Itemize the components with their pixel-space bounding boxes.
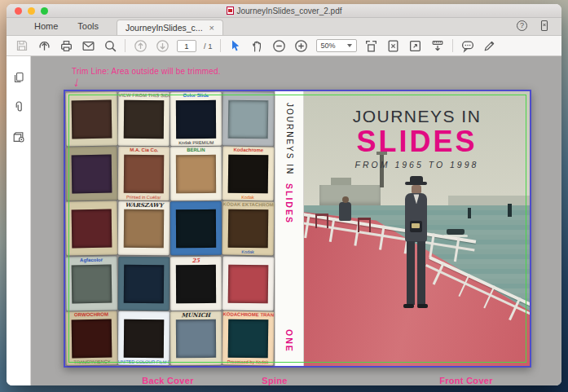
slide-mount bbox=[65, 147, 117, 201]
page-count-label: / 1 bbox=[204, 42, 213, 51]
slide-top-label: KODACHROME TRANSPARENCY bbox=[222, 311, 274, 319]
slide-top-label: KODAK EKTACHROME bbox=[222, 201, 274, 209]
tab-document-label: JourneyInSlides_c... bbox=[125, 23, 203, 33]
slide-photo bbox=[176, 155, 216, 194]
slide-top-label bbox=[118, 256, 170, 264]
slide-mount bbox=[222, 92, 275, 147]
slide-top-label bbox=[65, 92, 117, 100]
slide-photo bbox=[72, 155, 112, 194]
slide-photo bbox=[228, 264, 269, 303]
slide-mount: KODACHROME TRANSPARENCYProcessed by Koda… bbox=[222, 311, 275, 365]
close-window-button[interactable] bbox=[15, 7, 22, 15]
slide-photo bbox=[176, 100, 216, 139]
slide-top-label: BERLIN bbox=[170, 147, 222, 154]
slide-bottom-label: Kodak bbox=[222, 194, 274, 201]
slide-photo bbox=[176, 264, 216, 303]
spine: JOURNEYS IN SLIDES ONE bbox=[275, 91, 304, 366]
slide-top-label bbox=[65, 147, 117, 155]
slide-bottom-label: Printed in Cuéllar bbox=[118, 194, 170, 201]
back-cover-label: Back Cover bbox=[115, 376, 221, 385]
slide-top-label bbox=[222, 256, 274, 264]
document-canvas[interactable]: Trim Line: Area outside will be trimmed.… bbox=[31, 56, 561, 385]
front-cover-label: Front Cover bbox=[353, 376, 561, 385]
select-tool-icon[interactable] bbox=[228, 38, 243, 53]
zoom-window-button[interactable] bbox=[41, 7, 48, 15]
slide-bottom-label bbox=[170, 359, 222, 365]
tab-tools[interactable]: Tools bbox=[68, 21, 108, 35]
slide-mount: KODAK EKTACHROMEKodak bbox=[222, 201, 275, 256]
slide-mount: 25 bbox=[170, 256, 222, 311]
slide-mount: WARSZAWY bbox=[118, 201, 170, 256]
slide-bottom-label: UNITED COLOUR FILM EST. bbox=[118, 359, 170, 366]
next-page-icon[interactable] bbox=[155, 38, 170, 53]
slide-bottom-label: Kodak PREMIUM bbox=[170, 139, 222, 146]
hand-tool-icon[interactable] bbox=[250, 38, 265, 53]
comment-icon[interactable] bbox=[460, 38, 475, 53]
trim-line-note: Trim Line: Area outside will be trimmed. bbox=[72, 67, 221, 76]
slide-top-label: Kodachrome bbox=[222, 147, 274, 155]
small-boat bbox=[447, 229, 465, 235]
slide-bottom-label: Kodak bbox=[222, 249, 274, 256]
print-icon[interactable] bbox=[59, 38, 73, 53]
slide-bottom-label bbox=[66, 249, 117, 256]
email-icon[interactable] bbox=[81, 38, 95, 53]
zoom-out-icon[interactable] bbox=[272, 38, 287, 53]
previous-page-icon[interactable] bbox=[133, 38, 148, 53]
slide-mount: Color SlideKodak PREMIUM bbox=[170, 92, 222, 147]
left-panel bbox=[7, 56, 31, 385]
slide-photo bbox=[124, 264, 164, 303]
page-number-input[interactable] bbox=[177, 40, 196, 52]
export-pdf-lock-icon[interactable] bbox=[11, 130, 25, 147]
slide-top-label bbox=[118, 311, 170, 319]
slide-mount: UNITED COLOUR FILM EST. bbox=[118, 311, 170, 365]
fit-page-icon[interactable] bbox=[386, 38, 401, 53]
slide-photo bbox=[72, 209, 112, 249]
slide-mount: Agfacolor bbox=[65, 256, 117, 311]
cover-title-line1: JOURNEYS IN bbox=[304, 107, 530, 126]
tab-bar: Home Tools JourneyInSlides_c... × ? bbox=[7, 18, 561, 36]
slide-top-label: ORWOCHROM bbox=[65, 311, 117, 319]
tab-document[interactable]: JourneyInSlides_c... × bbox=[117, 20, 223, 35]
slide-photo bbox=[124, 100, 164, 139]
attachments-icon[interactable] bbox=[12, 100, 25, 117]
slide-top-label: M.A. Cia Co. bbox=[118, 147, 170, 155]
full-screen-icon[interactable] bbox=[408, 38, 423, 53]
slide-mount: KodachromeKodak bbox=[222, 147, 275, 201]
zoom-in-icon[interactable] bbox=[294, 38, 309, 53]
slide-bottom-label bbox=[118, 303, 170, 311]
tab-close-icon[interactable]: × bbox=[209, 24, 214, 33]
cover-spread-page: VIEW FROM THIS SIDE Color SlideKodak PRE… bbox=[64, 90, 531, 368]
zoom-level-dropdown[interactable]: 50% bbox=[316, 39, 357, 52]
cover-title-block: JOURNEYS IN SLIDES FROM 1965 TO 1998 bbox=[304, 107, 530, 170]
scrolling-mode-icon[interactable] bbox=[364, 38, 379, 53]
spine-volume: ONE bbox=[284, 329, 294, 353]
cover-title-line2: SLIDES bbox=[304, 127, 530, 156]
window-title: JourneyInSlides_cover_2.pdf bbox=[7, 7, 561, 15]
slide-photo bbox=[228, 209, 269, 249]
deck-chair bbox=[315, 214, 328, 228]
minimize-window-button[interactable] bbox=[28, 7, 35, 15]
slide-mount: BERLIN bbox=[170, 147, 222, 201]
slide-mount bbox=[170, 201, 222, 256]
share-icon[interactable] bbox=[37, 38, 51, 53]
app-window: JourneyInSlides_cover_2.pdf Home Tools J… bbox=[7, 4, 561, 385]
page-thumbnails-icon[interactable] bbox=[12, 71, 25, 87]
fit-width-icon[interactable] bbox=[430, 38, 445, 53]
search-icon[interactable] bbox=[103, 38, 117, 53]
slide-photo bbox=[72, 100, 112, 139]
mooring-post bbox=[508, 204, 512, 217]
pencil-icon[interactable] bbox=[482, 38, 497, 53]
slide-photo bbox=[228, 100, 269, 139]
factory-building bbox=[319, 185, 381, 205]
tab-home[interactable]: Home bbox=[24, 21, 68, 35]
slide-photo bbox=[228, 319, 269, 358]
title-bar[interactable]: JourneyInSlides_cover_2.pdf bbox=[7, 4, 561, 18]
slide-photo bbox=[124, 319, 164, 359]
help-icon[interactable]: ? bbox=[517, 20, 527, 31]
window-controls bbox=[15, 7, 48, 15]
mobile-app-icon[interactable] bbox=[537, 18, 552, 33]
save-icon[interactable] bbox=[15, 38, 29, 53]
slide-photo bbox=[124, 209, 164, 249]
slide-top-label bbox=[170, 201, 222, 209]
chevron-down-icon bbox=[347, 44, 352, 47]
